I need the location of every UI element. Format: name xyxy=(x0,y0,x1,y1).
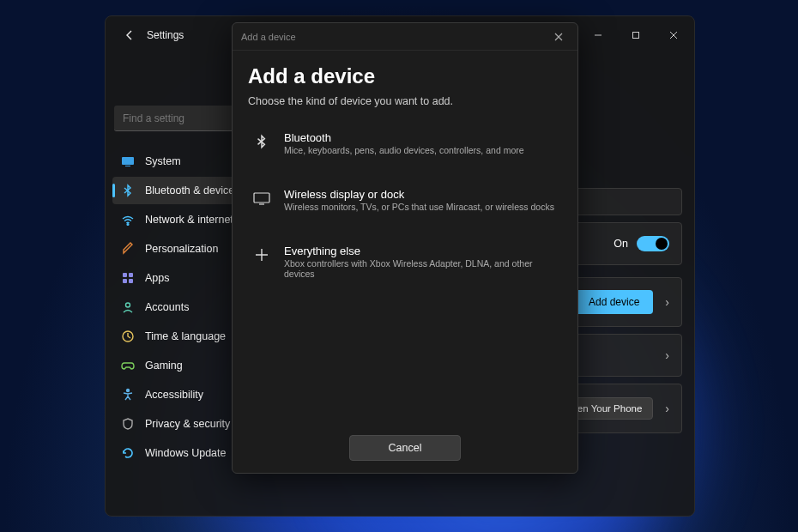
maximize-button[interactable] xyxy=(617,21,655,49)
device-option-desc: Mice, keyboards, pens, audio devices, co… xyxy=(284,145,524,155)
maximize-icon xyxy=(632,31,640,39)
minimize-button[interactable] xyxy=(579,21,617,49)
cancel-button[interactable]: Cancel xyxy=(349,435,461,461)
device-option-wireless-display[interactable]: Wireless display or dock Wireless monito… xyxy=(248,179,562,221)
svg-rect-0 xyxy=(633,33,639,39)
svg-point-3 xyxy=(127,224,129,226)
close-icon xyxy=(669,31,678,39)
bluetooth-toggle[interactable] xyxy=(637,236,669,251)
bluetooth-toggle-label: On xyxy=(614,238,628,250)
dialog-window-title: Add a device xyxy=(241,32,296,42)
add-device-dialog: Add a device Add a device Choose the kin… xyxy=(232,22,578,474)
device-option-everything-else[interactable]: Everything else Xbox controllers with Xb… xyxy=(248,236,562,287)
sidebar-item-label: Apps xyxy=(145,272,170,284)
update-icon xyxy=(121,446,135,460)
device-option-bluetooth[interactable]: Bluetooth Mice, keyboards, pens, audio d… xyxy=(248,123,562,164)
device-option-desc: Xbox controllers with Xbox Wireless Adap… xyxy=(284,258,559,279)
device-option-title: Wireless display or dock xyxy=(284,188,554,201)
sidebar-item-label: Accounts xyxy=(145,301,189,313)
plus-icon xyxy=(251,245,272,265)
sidebar-item-label: System xyxy=(145,155,181,167)
gaming-icon xyxy=(121,359,135,372)
svg-rect-1 xyxy=(122,157,134,165)
paintbrush-icon xyxy=(121,242,135,256)
svg-rect-2 xyxy=(125,166,130,166)
device-option-title: Everything else xyxy=(284,245,559,257)
chevron-right-icon: › xyxy=(665,295,669,309)
device-option-title: Bluetooth xyxy=(284,131,524,144)
window-controls xyxy=(579,21,692,49)
svg-rect-5 xyxy=(129,273,133,277)
sidebar-item-label: Privacy & security xyxy=(145,418,230,430)
sidebar-item-label: Accessibility xyxy=(145,389,203,401)
apps-icon xyxy=(121,271,135,285)
back-arrow-icon xyxy=(123,28,136,42)
app-title: Settings xyxy=(147,29,184,41)
device-option-desc: Wireless monitors, TVs, or PCs that use … xyxy=(284,202,554,212)
sidebar-item-label: Time & language xyxy=(145,330,226,342)
sidebar-item-label: Personalization xyxy=(145,243,218,255)
bluetooth-icon xyxy=(121,184,135,197)
dialog-heading: Add a device xyxy=(248,64,562,88)
accessibility-icon xyxy=(121,388,135,402)
svg-rect-6 xyxy=(123,279,127,283)
minimize-icon xyxy=(594,31,602,39)
wifi-icon xyxy=(121,213,135,227)
svg-rect-13 xyxy=(254,193,269,203)
shield-icon xyxy=(121,417,135,431)
svg-rect-4 xyxy=(123,273,127,277)
accounts-icon xyxy=(121,300,135,314)
sidebar-item-label: Network & internet xyxy=(145,214,233,226)
back-button[interactable] xyxy=(118,23,142,47)
svg-point-8 xyxy=(126,303,130,307)
sidebar-item-label: Windows Update xyxy=(145,447,227,459)
chevron-right-icon: › xyxy=(665,348,669,362)
dialog-close-button[interactable] xyxy=(548,27,569,47)
close-icon xyxy=(554,33,563,41)
bluetooth-icon xyxy=(251,131,272,152)
dialog-footer: Cancel xyxy=(233,423,577,473)
chevron-right-icon: › xyxy=(665,402,669,415)
sidebar-item-label: Gaming xyxy=(145,360,183,372)
monitor-icon xyxy=(251,188,272,209)
svg-rect-7 xyxy=(129,279,133,283)
svg-point-10 xyxy=(127,390,130,392)
add-device-button[interactable]: Add device xyxy=(575,290,653,314)
sidebar-item-label: Bluetooth & devices xyxy=(145,184,240,196)
clock-icon xyxy=(121,329,135,343)
dialog-body: Add a device Choose the kind of device y… xyxy=(233,51,577,423)
dialog-subheading: Choose the kind of device you want to ad… xyxy=(248,95,562,107)
close-button[interactable] xyxy=(655,21,692,49)
dialog-titlebar: Add a device xyxy=(233,23,577,51)
system-icon xyxy=(121,154,135,168)
